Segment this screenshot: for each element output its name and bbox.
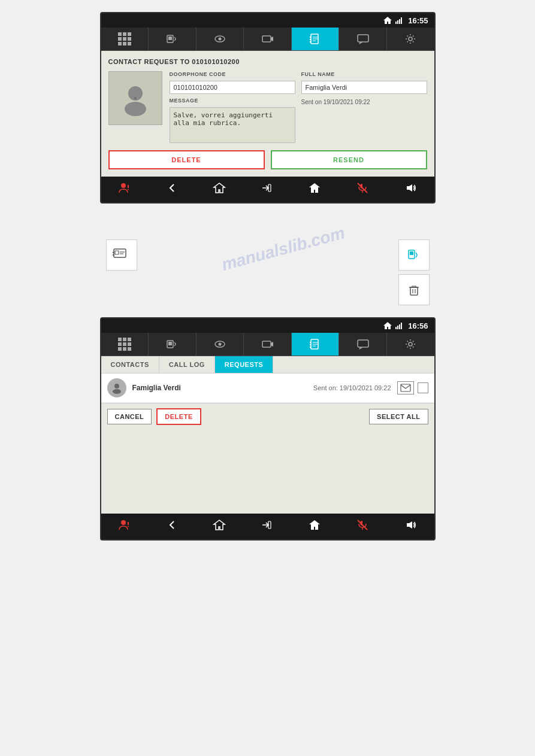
screen2-device: 16:56 bbox=[100, 317, 436, 541]
svg-point-56 bbox=[409, 342, 412, 346]
checkbox[interactable] bbox=[418, 382, 428, 393]
svg-rect-5 bbox=[168, 37, 172, 40]
nav-tab-intercom-2[interactable] bbox=[149, 333, 197, 356]
action-buttons-1: DELETE RESEND bbox=[108, 150, 427, 169]
svg-rect-35 bbox=[410, 287, 418, 295]
mail-icon-box[interactable] bbox=[397, 381, 414, 394]
enter-icon-2[interactable] bbox=[260, 518, 273, 535]
resend-button[interactable]: RESEND bbox=[271, 150, 427, 169]
watermark: manualslib.com bbox=[219, 223, 347, 275]
svg-rect-31 bbox=[113, 252, 114, 253]
svg-rect-28 bbox=[115, 251, 119, 254]
svg-point-7 bbox=[218, 38, 221, 41]
form-area: DOORPHONE CODE 010101010200 MESSAGE FULL… bbox=[170, 71, 427, 143]
svg-point-23 bbox=[128, 189, 129, 190]
nav-tab-chat-1[interactable] bbox=[339, 28, 387, 50]
svg-point-60 bbox=[121, 520, 126, 525]
svg-rect-54 bbox=[310, 347, 311, 348]
volume-icon-1[interactable] bbox=[404, 181, 417, 198]
time-label-1: 16:55 bbox=[408, 16, 428, 25]
home-outline-icon-2[interactable] bbox=[213, 518, 226, 535]
back-icon-1[interactable] bbox=[166, 182, 178, 197]
message-label: MESSAGE bbox=[170, 98, 295, 104]
select-all-button[interactable]: SELECT ALL bbox=[369, 409, 428, 424]
mute-icon-2[interactable] bbox=[356, 518, 369, 535]
empty-content-area bbox=[101, 430, 434, 514]
trash-button[interactable] bbox=[398, 274, 430, 305]
nav-tabs-1 bbox=[101, 28, 434, 51]
bottom-bar-1 bbox=[101, 177, 434, 202]
time-label-2: 16:56 bbox=[408, 321, 428, 330]
request-title: CONTACT REQUEST TO 010101010200 bbox=[108, 58, 427, 65]
fullname-label: FULL NAME bbox=[301, 71, 427, 77]
svg-rect-16 bbox=[358, 35, 368, 42]
nav-tab-chat-2[interactable] bbox=[339, 333, 387, 356]
call-button[interactable] bbox=[398, 239, 430, 271]
svg-rect-8 bbox=[262, 36, 271, 42]
svg-rect-3 bbox=[401, 17, 402, 24]
svg-point-46 bbox=[218, 343, 221, 346]
tab-requests[interactable]: REQUESTS bbox=[215, 356, 274, 373]
svg-point-57 bbox=[114, 384, 119, 388]
status-bar-2: 16:56 bbox=[101, 318, 434, 333]
bottom-bar-2 bbox=[101, 514, 434, 539]
contact-avatar bbox=[107, 378, 126, 397]
status-bar-1: 16:55 bbox=[101, 13, 434, 28]
nav-tab-monitor-1[interactable] bbox=[197, 28, 244, 50]
form-col-right: FULL NAME Famiglia Verdi Sent on 19/10/2… bbox=[301, 71, 427, 143]
nav-tab-monitor-2[interactable] bbox=[197, 333, 244, 356]
svg-rect-41 bbox=[399, 324, 400, 329]
screen1-device: 16:55 bbox=[100, 12, 436, 204]
home-icon-2[interactable] bbox=[308, 518, 321, 535]
volume-icon-2[interactable] bbox=[404, 518, 417, 535]
tab-contacts[interactable]: CONTACTS bbox=[101, 356, 159, 373]
inner-tabs: CONTACTS CALL LOG REQUESTS bbox=[101, 356, 434, 374]
svg-rect-47 bbox=[262, 341, 271, 347]
contact-list-row: Famiglia Verdi Sent on: 19/10/2021 09:22 bbox=[101, 374, 434, 403]
svg-point-62 bbox=[128, 526, 129, 527]
nav-tab-settings-2[interactable] bbox=[387, 333, 434, 356]
nav-tab-camera-2[interactable] bbox=[244, 333, 292, 356]
svg-rect-52 bbox=[310, 342, 311, 343]
contact-name: Famiglia Verdi bbox=[132, 384, 307, 392]
home-icon-1[interactable] bbox=[308, 181, 321, 198]
nav-tab-contacts-1[interactable] bbox=[292, 28, 340, 50]
svg-rect-34 bbox=[410, 251, 413, 255]
delete-button-1[interactable]: DELETE bbox=[108, 150, 265, 169]
svg-rect-27 bbox=[114, 249, 126, 257]
mute-icon-1[interactable] bbox=[356, 181, 369, 198]
delete-button-2[interactable]: DELETE bbox=[156, 408, 201, 425]
person-alert-icon-2[interactable] bbox=[118, 518, 131, 535]
nav-tab-contacts-2[interactable] bbox=[292, 333, 340, 356]
nav-tab-camera-1[interactable] bbox=[244, 28, 292, 50]
person-alert-icon-1[interactable] bbox=[118, 181, 131, 198]
svg-rect-15 bbox=[310, 41, 311, 42]
contact-date: Sent on: 19/10/2021 09:22 bbox=[313, 384, 391, 391]
nav-tabs-2 bbox=[101, 333, 434, 356]
nav-tab-settings-1[interactable] bbox=[387, 28, 434, 50]
svg-point-58 bbox=[113, 389, 121, 394]
tab-calllog[interactable]: CALL LOG bbox=[159, 356, 215, 373]
sent-on-label: Sent on 19/10/2021 09:22 bbox=[301, 99, 427, 105]
floating-cards-right bbox=[398, 239, 430, 305]
doorphone-label: DOORPHONE CODE bbox=[170, 71, 295, 77]
message-textarea[interactable] bbox=[170, 107, 295, 143]
nav-tab-grid-2[interactable] bbox=[101, 333, 149, 356]
back-icon-2[interactable] bbox=[166, 519, 178, 534]
status-icons-2 bbox=[383, 321, 404, 330]
enter-icon-1[interactable] bbox=[260, 181, 273, 198]
svg-rect-42 bbox=[401, 323, 402, 329]
home-outline-icon-1[interactable] bbox=[213, 181, 226, 198]
id-card-button[interactable] bbox=[106, 239, 137, 271]
status-icons bbox=[383, 16, 404, 25]
svg-rect-13 bbox=[310, 37, 311, 38]
svg-rect-59 bbox=[401, 384, 410, 391]
nav-tab-grid-1[interactable] bbox=[101, 28, 149, 50]
cancel-button[interactable]: CANCEL bbox=[107, 409, 152, 424]
svg-rect-1 bbox=[397, 20, 398, 24]
nav-tab-intercom-1[interactable] bbox=[149, 28, 197, 50]
svg-point-21 bbox=[121, 183, 126, 188]
avatar-box bbox=[108, 71, 162, 125]
action-row: CANCEL DELETE SELECT ALL bbox=[101, 403, 434, 430]
svg-rect-44 bbox=[168, 342, 172, 345]
